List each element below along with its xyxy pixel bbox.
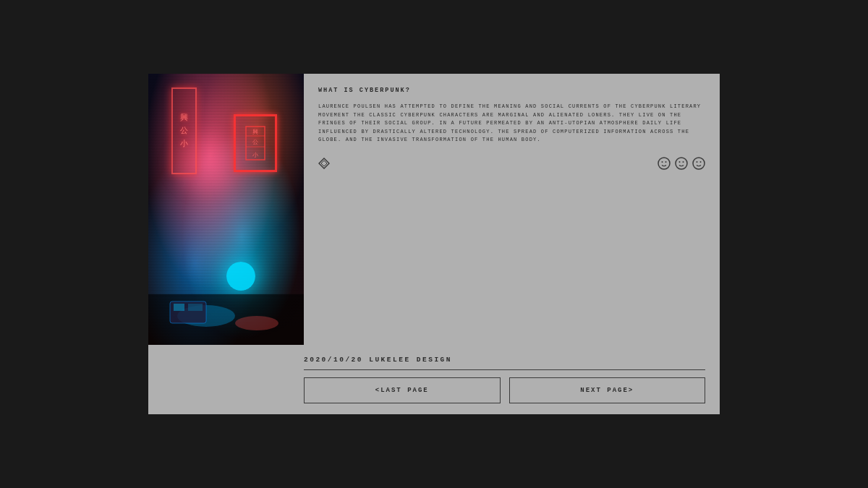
main-card: 興 公 小 興 公 小	[148, 74, 720, 414]
svg-rect-10	[174, 304, 184, 311]
svg-text:興: 興	[252, 129, 258, 135]
svg-rect-11	[188, 304, 203, 311]
bottom-section: 2020/10/20 LUKELEE DESIGN <LAST PAGE NEX…	[148, 345, 720, 414]
svg-point-22	[700, 161, 702, 163]
svg-point-19	[683, 161, 684, 163]
emoji-face-1	[658, 157, 671, 174]
neon-char-1: 興	[180, 112, 188, 123]
svg-point-15	[662, 161, 663, 163]
svg-text:公: 公	[252, 139, 258, 145]
diamond-icon	[318, 158, 330, 172]
svg-point-8	[235, 316, 278, 330]
svg-point-18	[679, 161, 681, 163]
date-author-row: 2020/10/20 LUKELEE DESIGN	[304, 356, 705, 370]
svg-point-20	[693, 158, 705, 169]
svg-point-17	[676, 158, 687, 169]
cyberpunk-image: 興 公 小 興 公 小	[148, 74, 304, 345]
date-author-text: 2020/10/20 LUKELEE DESIGN	[304, 356, 452, 364]
svg-point-21	[697, 161, 698, 163]
svg-marker-12	[319, 158, 329, 168]
svg-marker-13	[321, 160, 327, 166]
icon-row	[318, 157, 705, 174]
description-text: LAURENCE POULSEN HAS ATTEMPTED TO DEFINE…	[318, 103, 705, 145]
content-row: 興 公 小 興 公 小	[148, 74, 720, 345]
neon-sign-box: 興 公 小	[234, 114, 277, 172]
neon-char-2: 公	[180, 125, 188, 136]
button-row: <LAST PAGE NEXT PAGE>	[304, 377, 705, 403]
section-title: WHAT IS CYBERPUNK?	[318, 87, 705, 94]
last-page-button[interactable]: <LAST PAGE	[304, 377, 501, 403]
emoji-face-2	[675, 157, 688, 174]
svg-point-14	[658, 158, 670, 169]
svg-text:小: 小	[252, 152, 258, 158]
neon-sign-vertical: 興 公 小	[171, 87, 197, 174]
text-area: WHAT IS CYBERPUNK? LAURENCE POULSEN HAS …	[304, 74, 720, 345]
emoji-group	[658, 157, 705, 174]
svg-point-16	[665, 161, 667, 163]
next-page-button[interactable]: NEXT PAGE>	[509, 377, 706, 403]
emoji-face-3	[692, 157, 705, 174]
image-container: 興 公 小 興 公 小	[148, 74, 304, 345]
neon-char-3: 小	[180, 138, 188, 149]
